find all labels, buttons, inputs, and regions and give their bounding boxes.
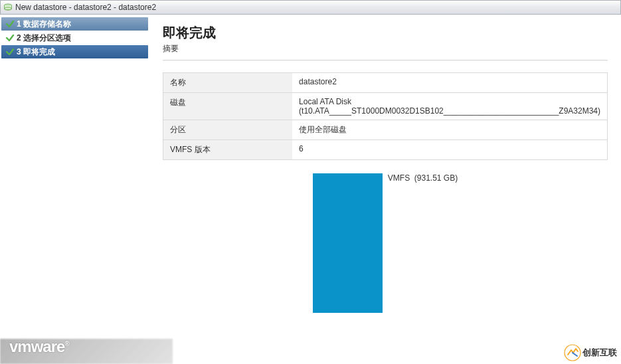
watermark-icon [564,344,581,361]
row-label: 名称 [163,73,293,93]
partition-label: VMFS (931.51 GB) [388,173,458,183]
page-subtitle: 摘要 [163,43,608,54]
wizard-step-1[interactable]: 1 数据存储名称 [1,17,148,31]
page-title: 即将完成 [163,24,608,42]
wizard-step-2[interactable]: 2 选择分区选项 [1,31,148,45]
datastore-icon [3,3,13,11]
row-value: 6 [292,140,607,160]
table-row: 分区 使用全部磁盘 [163,120,608,140]
step-number: 3 [17,47,21,56]
row-value: datastore2 [292,73,607,93]
partition-visualization: VMFS (931.51 GB) [163,173,608,313]
row-value: Local ATA Disk (t10.ATA_____ST1000DM0032… [292,93,607,120]
summary-table: 名称 datastore2 磁盘 Local ATA Disk (t10.ATA… [163,72,608,160]
row-value: 使用全部磁盘 [292,120,607,140]
step-label: 即将完成 [23,46,55,58]
row-label: 磁盘 [163,93,293,120]
window-title: New datastore - datastore2 - datastore2 [15,3,156,12]
check-icon [5,19,15,29]
check-icon [5,33,15,43]
watermark: 创新互联 [564,344,617,361]
divider [163,60,608,60]
table-row: 磁盘 Local ATA Disk (t10.ATA_____ST1000DM0… [163,93,608,120]
step-label: 数据存储名称 [23,19,71,30]
table-row: VMFS 版本 6 [163,140,608,160]
table-row: 名称 datastore2 [163,73,608,93]
wizard-step-3[interactable]: 3 即将完成 [1,45,148,58]
watermark-text: 创新互联 [582,347,617,359]
step-number: 2 [17,33,21,43]
check-icon [5,47,15,56]
vmfs-partition-block [313,173,383,313]
step-number: 1 [17,19,21,29]
titlebar: New datastore - datastore2 - datastore2 [0,0,621,15]
row-label: VMFS 版本 [163,140,293,160]
main-content: 即将完成 摘要 名称 datastore2 磁盘 Local ATA Disk … [149,15,621,364]
row-label: 分区 [163,120,293,140]
wizard-sidebar: 1 数据存储名称 2 选择分区选项 3 即将完成 [0,15,149,364]
vmware-logo: vmware® [9,337,69,356]
step-label: 选择分区选项 [23,33,71,44]
